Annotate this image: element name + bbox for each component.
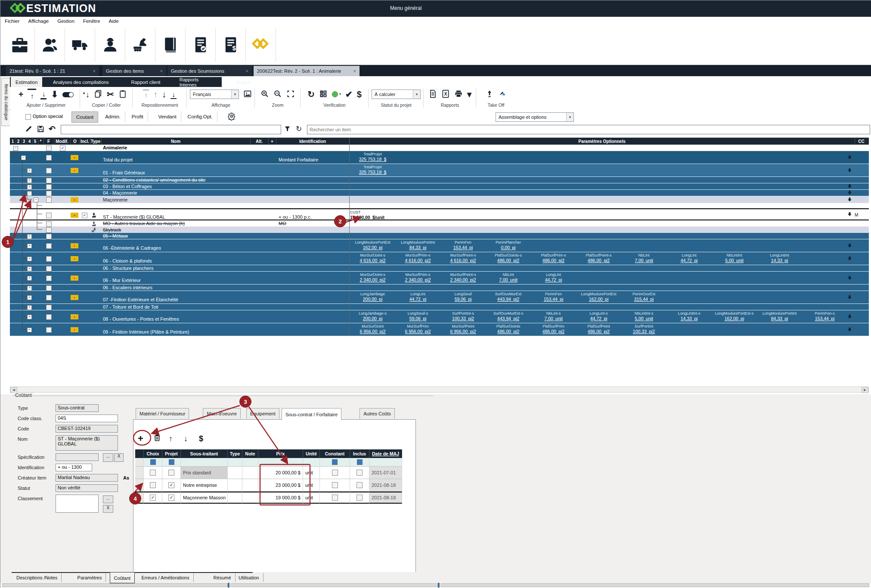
ribbon-button-move-up-icon[interactable]: ↑ <box>153 90 158 99</box>
bottom-tab-utilisation[interactable]: Utilisation <box>235 573 263 582</box>
parameter-value[interactable]: 153,44 pi <box>531 297 576 302</box>
f-checkbox[interactable] <box>46 221 52 227</box>
grid-row-06-cloison-plafonds[interactable]: +-06 - Cloison & plafondsMurSurfJoint-s4… <box>10 252 869 265</box>
grid-row-02-conditions-existantes-am-nagement-du-site[interactable]: +02 - Conditions existantes/ aménagement… <box>10 177 869 183</box>
parameter-value[interactable]: 0,00 pi <box>486 245 531 251</box>
parameter-value[interactable]: 486,00 pi2 <box>531 258 576 263</box>
grid-horizontal-scrollbar[interactable]: ◀ ▶ <box>10 387 869 393</box>
price-cell-unit[interactable]: unit <box>303 467 320 479</box>
field-code-class[interactable]: 04S <box>56 415 118 422</box>
parameter-value[interactable]: 162,00 pi <box>712 316 757 322</box>
grid-row-09-finition-int-rieure-pl-tre-peinture[interactable]: +-09 - Finition Intérieure (Plâtre & Pei… <box>10 323 869 336</box>
f-checkbox[interactable] <box>46 275 52 281</box>
price-cell-constant[interactable] <box>320 467 350 479</box>
parameter-value[interactable]: 153,44 pi <box>802 316 847 322</box>
splitter-handle[interactable] <box>438 583 440 588</box>
price-cell-type[interactable] <box>228 467 242 479</box>
price-cell-unit[interactable]: unit <box>303 492 320 504</box>
filter-cell[interactable] <box>242 458 258 467</box>
grid-row-08-ouvertures-portes-et-fen-tres[interactable]: +-08 - Ouvertures - Portes et FenêtresLo… <box>10 310 869 323</box>
bottom-tab-descriptions-notes[interactable]: Descriptions /Notes <box>12 573 62 582</box>
grid-column-header-[interactable]: * <box>38 138 43 145</box>
price-column-note[interactable]: Note <box>242 449 258 458</box>
ribbon-button-cut-icon[interactable]: ✂ <box>107 90 114 99</box>
price-cell-inclus[interactable] <box>350 479 369 492</box>
filter-cell[interactable] <box>303 458 320 467</box>
expand-icon[interactable]: + <box>27 234 32 239</box>
field-cr-ateur-item[interactable]: Martial Nadeau <box>56 474 118 482</box>
parameter-value[interactable]: 14,33 pi <box>666 316 712 322</box>
mode-tab-coutant[interactable]: Coutant <box>71 111 98 123</box>
o-marker[interactable]: - <box>71 197 78 202</box>
menu-item-fen-tre[interactable]: Fenêtre <box>79 17 105 25</box>
ribbon-button-move-bottom-icon[interactable]: ↓ <box>170 90 177 99</box>
scroll-left-icon[interactable]: ◀ <box>10 387 17 393</box>
collapse-icon[interactable]: − <box>13 146 18 151</box>
ribbon-button-print-icon[interactable] <box>454 90 463 99</box>
specification-clear-button[interactable]: X <box>114 453 124 462</box>
ribbon-button-excel-icon[interactable]: X <box>441 90 450 99</box>
chevron-down-icon[interactable]: ▼ <box>413 90 420 99</box>
bottom-tab-r-sum[interactable]: Résumé <box>210 573 236 582</box>
parameter-value[interactable]: 7,00 unit <box>486 277 531 283</box>
field-identification[interactable]: + ou - 1300 p.c. <box>56 464 92 471</box>
grid-row-06-b-nisterie-cadrages[interactable]: +-06 -Ébénisterie & CadragesLongMoulureP… <box>10 239 869 252</box>
field-statut[interactable]: Non vérifié <box>56 484 118 492</box>
f-checkbox[interactable] <box>46 327 52 333</box>
cc-arrow-down-icon[interactable] <box>847 167 852 173</box>
price-column-sous-traitant[interactable]: Sous-traitant <box>181 449 228 458</box>
cost-tab-mat-riel-fournisseur[interactable]: Matériel / Fournisseur <box>136 408 189 419</box>
assemblage-options-select[interactable]: Assemblage et options▼ <box>496 112 574 122</box>
grid-row-skytrack[interactable]: Skytrack <box>10 227 869 233</box>
price-column-choix[interactable]: Choix <box>144 449 162 458</box>
item-edit-input[interactable] <box>61 125 281 134</box>
price-cell-sous-traitant[interactable]: Prix standard <box>181 467 228 479</box>
f-checkbox[interactable] <box>46 243 52 249</box>
ribbon-button-zoom-out-icon[interactable] <box>273 90 282 99</box>
parameter-value[interactable]: 100,33 pi2 <box>440 316 486 322</box>
toolbar-button-catalog-book-icon[interactable] <box>155 28 186 62</box>
mode-tab-vendant[interactable]: Vendant <box>154 111 181 122</box>
refresh-icon[interactable]: ↻ <box>296 124 302 133</box>
row-selector[interactable] <box>135 479 144 492</box>
parameter-value[interactable]: 14,33 pi <box>757 258 802 263</box>
ribbon-button-insert-top-icon[interactable]: ↑ <box>28 89 36 100</box>
ribbon-tab-analyses-des-compilations[interactable]: Analyses des compilations <box>48 77 114 87</box>
price-column-unit[interactable]: Unité <box>303 449 320 458</box>
price-toolbar-arrow-up-icon[interactable]: ↑ <box>169 434 173 443</box>
mode-tab-profit[interactable]: Profit <box>127 111 148 122</box>
ribbon-button-append-icon[interactable]: ⬇ <box>51 90 58 99</box>
toolbar-button-truck-icon[interactable] <box>65 28 95 62</box>
expand-icon[interactable]: + <box>27 168 32 173</box>
row-selector[interactable] <box>135 467 144 479</box>
o-marker[interactable]: - <box>71 295 78 300</box>
cc-arrow-down-icon[interactable] <box>847 294 852 300</box>
grid-column-header-incl[interactable]: Incl. <box>80 138 90 145</box>
toolbar-button-document-check-icon[interactable] <box>186 28 216 62</box>
price-cell-projet[interactable] <box>162 467 181 479</box>
bottom-tab-co-tant[interactable]: Coûtant <box>110 573 135 583</box>
ribbon-button-add-icon[interactable]: + <box>19 90 24 99</box>
ribbon-button-copy-icon[interactable] <box>94 90 102 99</box>
price-cell-type[interactable] <box>228 492 242 504</box>
price-cell-constant[interactable] <box>320 492 350 504</box>
parameter-value[interactable]: 4 616,00 pi2 <box>395 258 440 263</box>
edit-undo-icon[interactable]: ↶ <box>49 125 56 134</box>
field-code[interactable]: CBEST-102419 <box>56 425 118 433</box>
parameter-value[interactable]: 443,94 pi2 <box>486 297 531 302</box>
grid-row-01-frais-g-n-raux[interactable]: +-01 - Frais GénérauxTotalProjet325 753,… <box>10 164 869 177</box>
classement-clear-button[interactable]: X <box>103 505 113 513</box>
bottom-tab-param-tres[interactable]: Paramètres <box>74 573 106 582</box>
grid-row-03-b-ton-et-coffrages[interactable]: +03 - Béton et Coffrages <box>10 183 869 190</box>
expand-icon[interactable]: + <box>27 286 32 291</box>
parameter-value[interactable]: 315,44 pi <box>621 297 666 302</box>
filter-cell[interactable] <box>320 458 350 467</box>
ribbon-button-insert-below-icon[interactable]: ↓ <box>40 89 46 99</box>
cc-arrow-down-icon[interactable] <box>847 243 852 249</box>
menu-item-aide[interactable]: Aide <box>105 17 123 25</box>
price-cell-note[interactable] <box>242 492 258 504</box>
f-checkbox[interactable] <box>46 178 52 183</box>
price-cell-unit[interactable]: unit <box>303 479 320 492</box>
collapse-icon[interactable]: − <box>34 198 38 202</box>
price-toolbar-trash-icon[interactable] <box>153 434 161 444</box>
